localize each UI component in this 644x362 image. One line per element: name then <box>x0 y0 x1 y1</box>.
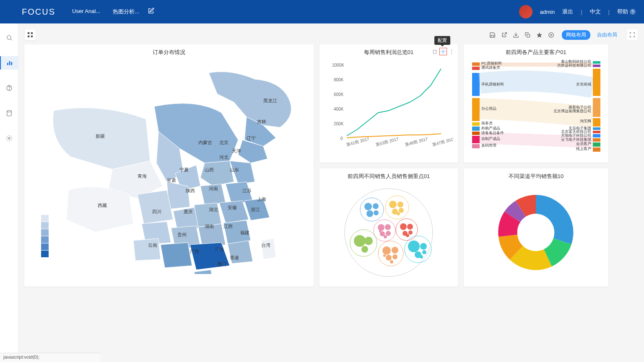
svg-rect-65 <box>472 73 480 96</box>
svg-text:大地电子科技公司: 大地电子科技公司 <box>561 133 591 137</box>
svg-rect-9 <box>31 32 33 34</box>
more-action[interactable]: ⋮ <box>448 48 455 55</box>
svg-rect-3 <box>11 62 12 65</box>
svg-point-121 <box>384 235 387 238</box>
panel-line-chart: 每周销售利润总览01 配置 ⋮ 1000K 800K 600K 400K 200… <box>319 44 458 163</box>
panel-title: 不同渠道平均销售额10 <box>468 173 604 180</box>
line-chart[interactable]: 1000K 800K 600K 400K 200K 0 第41周 2017 第5… <box>324 56 454 153</box>
svg-text:北京博达装璜集团公司: 北京博达装璜集团公司 <box>553 109 591 113</box>
svg-rect-69 <box>472 132 480 135</box>
export-button[interactable] <box>499 30 509 40</box>
fullscreen-button[interactable] <box>626 29 638 41</box>
layout-grid-pill[interactable]: 网格布局 <box>562 30 590 40</box>
toolbar-right: 网格布局 自由布局 <box>487 29 638 41</box>
delete-action[interactable] <box>431 48 439 55</box>
svg-rect-71 <box>472 144 480 148</box>
status-bar: javascript:void(0); <box>0 353 101 362</box>
layout-free-pill[interactable]: 自由布局 <box>593 30 621 40</box>
edit-icon[interactable] <box>148 8 154 16</box>
download-icon <box>513 32 519 38</box>
svg-rect-72 <box>593 61 600 64</box>
svg-text:洪胜达科技有限公司: 洪胜达科技有限公司 <box>557 63 591 67</box>
svg-point-123 <box>396 219 418 240</box>
add-button[interactable] <box>546 30 556 40</box>
svg-point-125 <box>407 224 413 230</box>
svg-rect-67 <box>472 122 480 126</box>
brand-text: FOCUS <box>22 7 55 17</box>
svg-text:1000K: 1000K <box>332 63 344 67</box>
question-icon <box>6 85 13 91</box>
sidebar-data[interactable] <box>0 106 18 120</box>
sankey-chart[interactable]: PC原辅材料 通讯设备类 手机原辅材料 办公用品 商务类 外购产成品 设备备品备… <box>468 56 604 157</box>
svg-text:400K: 400K <box>334 107 344 111</box>
sidebar-dashboard[interactable] <box>0 56 18 70</box>
trash-icon <box>432 49 437 54</box>
china-map[interactable]: 黑龙江 吉林 辽宁 内蒙古 北京 天津 河北 山西 山东 新疆 青海 西藏 甘肃… <box>29 56 309 274</box>
help-link[interactable]: 帮助 ? <box>617 8 636 16</box>
svg-point-138 <box>390 260 393 264</box>
svg-point-111 <box>389 201 397 208</box>
svg-point-142 <box>420 243 427 250</box>
svg-point-118 <box>385 224 391 230</box>
star-icon <box>536 32 543 38</box>
svg-text:云飞电子科技集团: 云飞电子科技集团 <box>561 137 591 142</box>
svg-text:通讯设备类: 通讯设备类 <box>481 65 500 70</box>
dashboard-grid: 订单分布情况 <box>24 44 638 287</box>
svg-rect-13 <box>527 34 530 37</box>
svg-point-136 <box>386 255 392 261</box>
svg-text:办公用品: 办公用品 <box>481 106 496 111</box>
copy-button[interactable] <box>522 30 532 40</box>
svg-rect-81 <box>593 142 600 147</box>
config-tooltip: 配置 <box>434 36 450 45</box>
sidebar-search[interactable] <box>0 31 18 44</box>
header-right: admin 退出 | 中文 | 帮助 ? <box>519 5 636 18</box>
logout-link[interactable]: 退出 <box>562 8 573 16</box>
sidebar-help[interactable] <box>0 81 18 95</box>
svg-point-124 <box>400 223 407 230</box>
username[interactable]: admin <box>540 9 555 15</box>
favorite-button[interactable] <box>534 30 544 40</box>
svg-point-115 <box>397 212 400 215</box>
svg-rect-10 <box>28 36 29 37</box>
panel-sankey: 前四周各产品主要客户01 <box>464 44 608 163</box>
panel-map: 订单分布情况 <box>24 44 314 287</box>
svg-rect-8 <box>28 32 29 34</box>
svg-rect-80 <box>593 138 600 142</box>
grid-icon <box>27 32 33 38</box>
toolbar: 网格布局 自由布局 <box>24 28 638 42</box>
help-question-icon: ? <box>630 9 636 15</box>
download-button[interactable] <box>511 30 521 40</box>
config-action[interactable] <box>439 48 447 55</box>
bubble-chart[interactable] <box>324 180 454 281</box>
svg-point-120 <box>386 231 391 236</box>
grid-view-toggle[interactable] <box>24 29 36 41</box>
avatar[interactable] <box>519 5 532 18</box>
language-link[interactable]: 中文 <box>590 8 601 16</box>
svg-point-110 <box>385 196 409 219</box>
svg-point-130 <box>354 235 366 247</box>
svg-text:商务类: 商务类 <box>481 121 493 125</box>
sidebar-settings[interactable] <box>0 132 18 145</box>
svg-rect-82 <box>593 147 600 152</box>
svg-point-107 <box>373 203 379 209</box>
map-legend <box>41 215 49 257</box>
svg-point-141 <box>408 240 420 252</box>
svg-rect-77 <box>593 127 600 130</box>
save-button[interactable] <box>487 30 497 40</box>
svg-marker-14 <box>537 32 542 38</box>
svg-rect-74 <box>593 69 600 96</box>
svg-rect-2 <box>9 61 10 65</box>
sidebar <box>0 23 18 362</box>
tab-user-analysis[interactable]: User Anal... <box>72 8 100 16</box>
panel-title: 前四周各产品主要客户01 <box>468 49 604 56</box>
svg-point-128 <box>406 234 409 237</box>
donut-chart[interactable] <box>468 180 604 281</box>
svg-point-105 <box>360 198 384 221</box>
divider: | <box>581 9 582 15</box>
svg-rect-64 <box>472 67 480 70</box>
svg-point-139 <box>383 254 386 257</box>
svg-point-7 <box>8 137 10 139</box>
svg-point-135 <box>392 247 398 253</box>
tab-heatmap[interactable]: 热图分析... <box>113 8 139 16</box>
svg-rect-68 <box>472 127 480 131</box>
